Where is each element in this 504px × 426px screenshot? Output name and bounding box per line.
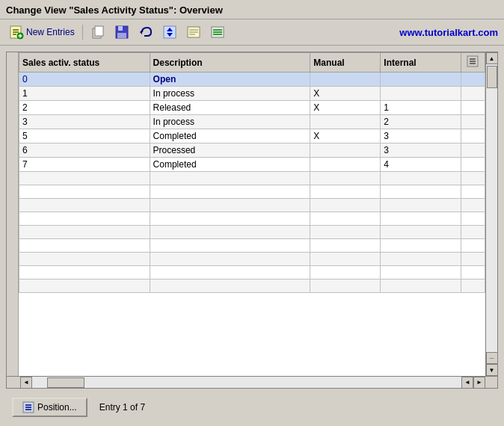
cell-internal: 2: [381, 115, 461, 129]
cell-btn: [461, 158, 485, 172]
cell-internal: [381, 226, 461, 239]
save-icon: [114, 25, 129, 40]
cell-status: [19, 185, 150, 199]
cell-internal: 4: [381, 158, 461, 172]
hscroll-thumb[interactable]: [47, 377, 84, 388]
table-row[interactable]: [19, 253, 485, 266]
save-button[interactable]: [111, 22, 132, 42]
scroll-thumb[interactable]: [487, 66, 497, 88]
copy-icon: [90, 25, 105, 40]
table-row[interactable]: [19, 212, 485, 226]
cell-internal: [381, 87, 461, 101]
cell-btn: [461, 72, 485, 87]
col-header-internal: Internal: [381, 53, 461, 72]
cell-manual: [310, 143, 381, 158]
scroll-dots[interactable]: ···: [486, 352, 498, 364]
new-entries-label: New Entries: [26, 27, 75, 37]
undo-icon: [138, 25, 153, 40]
cell-internal: [381, 212, 461, 226]
cell-manual: X: [310, 101, 381, 115]
cell-manual: [310, 253, 381, 266]
table-row[interactable]: [19, 199, 485, 212]
hscroll-right-button[interactable]: ►: [473, 377, 485, 389]
entry-info: Entry 1 of 7: [99, 402, 145, 413]
table-row[interactable]: 1In processX: [19, 87, 485, 101]
config-button[interactable]: [207, 22, 228, 42]
cell-internal: 3: [381, 129, 461, 143]
cell-manual: [310, 212, 381, 226]
table-wrapper: Sales activ. status Description Manual I…: [7, 52, 497, 376]
table-row[interactable]: [19, 226, 485, 239]
copy-button[interactable]: [87, 22, 108, 42]
cell-btn: [461, 212, 485, 226]
cell-manual: [310, 115, 381, 129]
table-row[interactable]: [19, 172, 485, 185]
cell-internal: [381, 185, 461, 199]
col-header-description: Description: [150, 53, 310, 72]
cell-btn: [461, 239, 485, 253]
cell-description: Processed: [150, 143, 310, 158]
cell-btn: [461, 253, 485, 266]
table-row[interactable]: 7Completed4: [19, 158, 485, 172]
position-button[interactable]: Position...: [12, 398, 87, 417]
undo-button[interactable]: [135, 22, 156, 42]
nav-button[interactable]: [159, 22, 180, 42]
table-row[interactable]: 5CompletedX3: [19, 129, 485, 143]
svg-rect-10: [118, 26, 123, 31]
cell-manual: [310, 266, 381, 280]
cell-status: [19, 280, 150, 293]
table-row[interactable]: 6Processed3: [19, 143, 485, 158]
table-row[interactable]: [19, 239, 485, 253]
cell-status: 1: [19, 87, 150, 101]
cell-description: Completed: [150, 129, 310, 143]
cell-btn: [461, 226, 485, 239]
detail-button[interactable]: [183, 22, 204, 42]
cell-manual: [310, 72, 381, 87]
scroll-up-button[interactable]: ▲: [486, 52, 498, 64]
cell-status: [19, 212, 150, 226]
table-container: Sales activ. status Description Manual I…: [6, 52, 498, 389]
cell-description: [150, 185, 310, 199]
cell-description: [150, 226, 310, 239]
svg-rect-11: [117, 33, 126, 38]
new-entries-button[interactable]: New Entries: [6, 22, 78, 42]
cell-status: [19, 266, 150, 280]
cell-manual: [310, 239, 381, 253]
cell-status: [19, 172, 150, 185]
table-row[interactable]: [19, 280, 485, 293]
cell-description: Open: [150, 72, 310, 87]
main-content: Sales activ. status Description Manual I…: [0, 46, 504, 426]
cell-description: [150, 172, 310, 185]
main-window: Change View "Sales Activity Status": Ove…: [0, 0, 504, 426]
cell-btn: [461, 129, 485, 143]
col-header-btn[interactable]: [461, 53, 485, 72]
watermark: www.tutorialkart.com: [399, 27, 498, 38]
hscroll-left-button[interactable]: ◄: [20, 377, 32, 389]
cell-internal: [381, 280, 461, 293]
cell-status: 0: [19, 72, 150, 87]
cell-btn: [461, 172, 485, 185]
cell-btn: [461, 87, 485, 101]
scroll-down-button[interactable]: ▼: [486, 364, 498, 376]
status-bar: Position... Entry 1 of 7: [6, 395, 498, 420]
position-label: Position...: [37, 402, 77, 413]
cell-manual: [310, 185, 381, 199]
cell-btn: [461, 280, 485, 293]
table-row[interactable]: 0Open: [19, 72, 485, 87]
table-row[interactable]: 2ReleasedX1: [19, 101, 485, 115]
hscroll-right-outer-button[interactable]: ◄: [461, 377, 473, 389]
col-header-status: Sales activ. status: [19, 53, 150, 72]
cell-status: 2: [19, 101, 150, 115]
cell-description: In process: [150, 115, 310, 129]
cell-internal: 3: [381, 143, 461, 158]
cell-status: [19, 239, 150, 253]
cell-status: 7: [19, 158, 150, 172]
cell-btn: [461, 101, 485, 115]
config-icon: [210, 25, 225, 40]
detail-icon: [186, 25, 201, 40]
table-row[interactable]: [19, 266, 485, 280]
table-row[interactable]: 3In process2: [19, 115, 485, 129]
row-indicator: [7, 52, 19, 376]
svg-rect-8: [95, 26, 103, 36]
table-row[interactable]: [19, 185, 485, 199]
